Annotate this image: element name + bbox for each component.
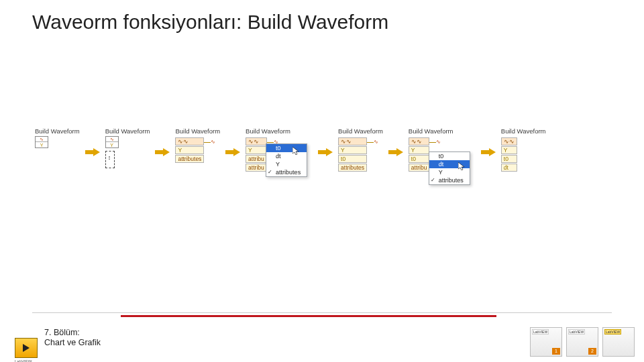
terminal-stack: ∿∿ Y t0 attributes bbox=[338, 137, 367, 172]
svg-marker-3 bbox=[292, 147, 299, 155]
arrow-icon bbox=[154, 147, 171, 157]
terminal-waveform[interactable]: ∿∿ bbox=[246, 137, 267, 145]
terminal-y[interactable]: Y bbox=[338, 146, 367, 154]
book-thumbnails: LabVIEW 1 LabVIEW 2 LabVIEW bbox=[530, 327, 635, 357]
terminal-y[interactable]: Y bbox=[409, 146, 430, 154]
terminal-stack: ∿∿ Y t0 dt bbox=[501, 137, 517, 172]
terminal-waveform[interactable]: ∿∿ bbox=[409, 137, 430, 145]
build-waveform-node-2: Build Waveform ∿ Y bbox=[105, 127, 150, 168]
node-label: Build Waveform bbox=[246, 127, 290, 135]
build-waveform-icon[interactable]: ∿ Y bbox=[105, 136, 119, 148]
cursor-icon bbox=[292, 147, 299, 155]
waveform-glyph-icon: ∿ bbox=[211, 139, 215, 145]
terminal-dt[interactable]: dt bbox=[501, 164, 517, 172]
terminal-attributes-extra[interactable]: attribu bbox=[246, 164, 267, 172]
svg-marker-5 bbox=[388, 148, 403, 156]
svg-marker-0 bbox=[85, 148, 100, 156]
svg-marker-1 bbox=[155, 148, 170, 156]
book-badge: 1 bbox=[552, 348, 560, 355]
svg-marker-2 bbox=[225, 148, 240, 156]
terminal-y[interactable]: Y bbox=[501, 146, 517, 154]
output-wire bbox=[204, 142, 211, 143]
terminal-t0[interactable]: t0 bbox=[501, 155, 517, 163]
diagram-row: Build Waveform ∿ Y Build Waveform ∿ Y Bu… bbox=[35, 127, 617, 172]
book-tag: LabVIEW bbox=[532, 329, 549, 335]
footer: LabVIEW 7. Bölüm: Chart ve Grafik LabVIE… bbox=[0, 312, 644, 362]
labview-logo-icon bbox=[15, 338, 38, 358]
svg-marker-7 bbox=[481, 148, 496, 156]
svg-marker-4 bbox=[318, 148, 333, 156]
terminal-attributes[interactable]: attribu bbox=[409, 164, 430, 172]
waveform-glyph-icon: ∿ bbox=[374, 139, 378, 145]
output-wire bbox=[267, 142, 274, 143]
arrow-icon bbox=[224, 147, 241, 157]
cursor-icon bbox=[458, 162, 465, 170]
menu-item-t0[interactable]: t0 bbox=[429, 152, 470, 160]
menu-item-dt[interactable]: dt bbox=[266, 152, 307, 160]
page-title: Waveorm fonksiyonları: Build Waveform bbox=[32, 11, 388, 34]
output-wire bbox=[429, 142, 436, 143]
y-terminal-icon: Y bbox=[36, 142, 48, 147]
terminal-t0[interactable]: t0 bbox=[338, 155, 367, 163]
labview-logo-label: LabVIEW bbox=[15, 359, 32, 362]
divider bbox=[32, 312, 612, 313]
output-wire bbox=[367, 142, 374, 143]
node-label: Build Waveform bbox=[35, 127, 80, 135]
arrow-icon bbox=[387, 147, 405, 157]
build-waveform-node-1: Build Waveform ∿ Y bbox=[35, 127, 80, 148]
book-thumb-2: LabVIEW 2 bbox=[566, 327, 598, 357]
book-badge: 2 bbox=[588, 348, 596, 355]
terminal-t0[interactable]: t0 bbox=[409, 155, 430, 163]
menu-item-attributes[interactable]: attributes bbox=[429, 176, 470, 184]
menu-item-t0[interactable]: t0 bbox=[266, 144, 307, 152]
build-waveform-node-3: Build Waveform ∿∿ Y attributes ∿ bbox=[175, 127, 220, 163]
arrow-icon bbox=[480, 147, 497, 157]
terminal-stack: ∿∿ Y t0 attribu bbox=[409, 137, 430, 172]
build-waveform-node-5: Build Waveform ∿∿ Y t0 attributes ∿ bbox=[338, 127, 383, 172]
terminal-attributes[interactable]: attributes bbox=[338, 164, 367, 172]
menu-item-y[interactable]: Y bbox=[266, 160, 307, 168]
book-tag: LabVIEW bbox=[568, 329, 585, 335]
book-thumb-1: LabVIEW 1 bbox=[530, 327, 562, 357]
chapter-line-2: Chart ve Grafik bbox=[44, 338, 101, 349]
menu-item-attributes[interactable]: attributes bbox=[266, 168, 307, 176]
build-waveform-node-6: Build Waveform ∿∿ Y t0 attribu ∿ t0 dt Y… bbox=[409, 127, 476, 172]
chapter-line-1: 7. Bölüm: bbox=[44, 328, 101, 339]
y-terminal-icon: Y bbox=[106, 142, 118, 147]
book-tag: LabVIEW bbox=[604, 329, 621, 335]
terminal-attributes[interactable]: attribu bbox=[246, 155, 267, 163]
resize-handle[interactable] bbox=[105, 151, 115, 168]
terminal-attributes[interactable]: attributes bbox=[175, 155, 204, 163]
build-waveform-icon[interactable]: ∿ Y bbox=[35, 136, 48, 148]
terminal-waveform[interactable]: ∿∿ bbox=[338, 137, 367, 145]
node-label: Build Waveform bbox=[338, 127, 383, 135]
waveform-glyph-icon: ∿ bbox=[436, 139, 441, 145]
build-waveform-node-7: Build Waveform ∿∿ Y t0 dt bbox=[501, 127, 546, 172]
build-waveform-node-4: Build Waveform ∿∿ Y attribu attribu ∿ t0… bbox=[246, 127, 313, 172]
terminal-y[interactable]: Y bbox=[175, 146, 204, 154]
book-thumb-3: LabVIEW bbox=[602, 327, 635, 357]
waveform-glyph-icon: ∿ bbox=[36, 137, 48, 142]
play-triangle-icon bbox=[23, 344, 30, 352]
terminal-selector-menu[interactable]: t0 dt Y attributes bbox=[266, 143, 307, 177]
node-label: Build Waveform bbox=[409, 127, 453, 135]
terminal-stack: ∿∿ Y attribu attribu bbox=[246, 137, 267, 172]
arrow-icon bbox=[317, 147, 334, 157]
waveform-glyph-icon: ∿ bbox=[106, 137, 118, 142]
node-label: Build Waveform bbox=[105, 127, 150, 135]
terminal-y[interactable]: Y bbox=[246, 146, 267, 154]
node-label: Build Waveform bbox=[501, 127, 546, 135]
terminal-waveform[interactable]: ∿∿ bbox=[175, 137, 204, 145]
terminal-stack: ∿∿ Y attributes bbox=[175, 137, 204, 163]
svg-marker-6 bbox=[458, 162, 464, 170]
arrow-icon bbox=[84, 147, 101, 157]
accent-divider bbox=[121, 315, 496, 317]
node-label: Build Waveform bbox=[175, 127, 220, 135]
terminal-waveform[interactable]: ∿∿ bbox=[501, 137, 517, 145]
chapter-label: 7. Bölüm: Chart ve Grafik bbox=[44, 328, 101, 349]
